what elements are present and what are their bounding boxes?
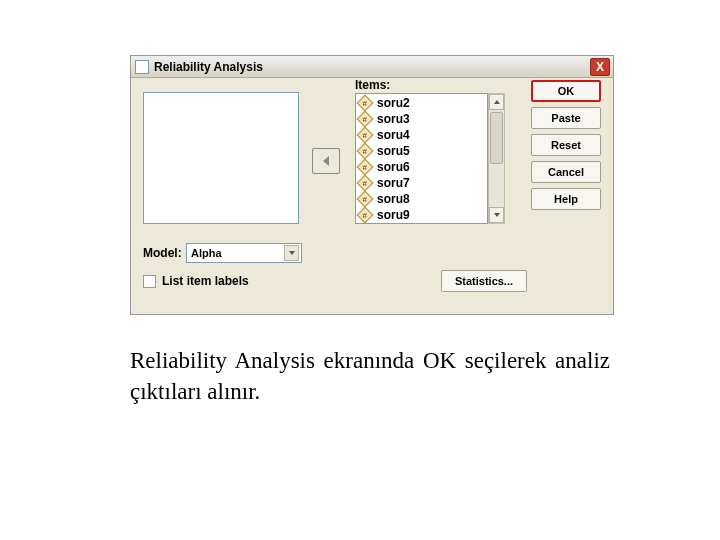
- ok-label: OK: [558, 85, 575, 97]
- items-scrollbar[interactable]: [488, 93, 505, 224]
- app-icon: [135, 60, 149, 74]
- caption-text: Reliability Analysis ekranında OK seçile…: [130, 345, 610, 407]
- help-label: Help: [554, 193, 578, 205]
- variable-icon: #: [357, 191, 374, 208]
- variable-icon: #: [357, 127, 374, 144]
- reset-button[interactable]: Reset: [531, 134, 601, 156]
- action-button-column: OK Paste Reset Cancel Help: [531, 80, 601, 210]
- list-item-labels-label: List item labels: [162, 274, 249, 288]
- chevron-down-icon: [288, 249, 296, 257]
- item-label: soru8: [377, 192, 410, 206]
- item-label: soru3: [377, 112, 410, 126]
- model-value: Alpha: [191, 247, 222, 259]
- scroll-thumb[interactable]: [490, 112, 503, 164]
- variable-icon: #: [357, 159, 374, 176]
- paste-label: Paste: [551, 112, 580, 124]
- close-button[interactable]: X: [590, 58, 610, 76]
- chevron-down-icon: [493, 211, 501, 219]
- source-variable-list[interactable]: [143, 92, 299, 224]
- scroll-track[interactable]: [489, 110, 504, 207]
- list-item[interactable]: #soru2: [356, 95, 487, 111]
- list-item-labels-checkbox[interactable]: [143, 275, 156, 288]
- list-item-labels-option[interactable]: List item labels: [143, 274, 249, 288]
- variable-icon: #: [357, 207, 374, 224]
- item-label: soru2: [377, 96, 410, 110]
- list-item[interactable]: #soru8: [356, 191, 487, 207]
- list-item[interactable]: #soru4: [356, 127, 487, 143]
- chevron-up-icon: [493, 98, 501, 106]
- paste-button[interactable]: Paste: [531, 107, 601, 129]
- item-label: soru4: [377, 128, 410, 142]
- cancel-button[interactable]: Cancel: [531, 161, 601, 183]
- items-pane: #soru2 #soru3 #soru4 #soru5 #soru6 #soru…: [355, 93, 505, 224]
- item-label: soru7: [377, 176, 410, 190]
- list-item[interactable]: #soru7: [356, 175, 487, 191]
- list-item[interactable]: #soru3: [356, 111, 487, 127]
- list-item[interactable]: #soru5: [356, 143, 487, 159]
- variable-icon: #: [357, 175, 374, 192]
- reset-label: Reset: [551, 139, 581, 151]
- statistics-label: Statistics...: [455, 275, 513, 287]
- triangle-left-icon: [321, 155, 331, 167]
- items-label: Items:: [355, 78, 390, 92]
- close-icon: X: [596, 60, 604, 74]
- model-label: Model:: [143, 246, 182, 260]
- move-left-button[interactable]: [312, 148, 340, 174]
- scroll-up-button[interactable]: [489, 94, 504, 110]
- variable-icon: #: [357, 95, 374, 112]
- list-item[interactable]: #soru6: [356, 159, 487, 175]
- variable-icon: #: [357, 143, 374, 160]
- dialog-title: Reliability Analysis: [154, 60, 590, 74]
- cancel-label: Cancel: [548, 166, 584, 178]
- scroll-down-button[interactable]: [489, 207, 504, 223]
- list-item[interactable]: #soru9: [356, 207, 487, 223]
- help-button[interactable]: Help: [531, 188, 601, 210]
- dialog-body: Items: #soru2 #soru3 #soru4 #soru5 #soru…: [131, 78, 613, 314]
- statistics-button[interactable]: Statistics...: [441, 270, 527, 292]
- ok-button[interactable]: OK: [531, 80, 601, 102]
- titlebar[interactable]: Reliability Analysis X: [131, 56, 613, 78]
- item-label: soru5: [377, 144, 410, 158]
- model-select[interactable]: Alpha: [186, 243, 302, 263]
- variable-icon: #: [357, 111, 374, 128]
- reliability-analysis-dialog: Reliability Analysis X Items: #soru2 #so…: [130, 55, 614, 315]
- items-list[interactable]: #soru2 #soru3 #soru4 #soru5 #soru6 #soru…: [355, 93, 488, 224]
- model-dropdown-button[interactable]: [284, 245, 299, 261]
- item-label: soru9: [377, 208, 410, 222]
- item-label: soru6: [377, 160, 410, 174]
